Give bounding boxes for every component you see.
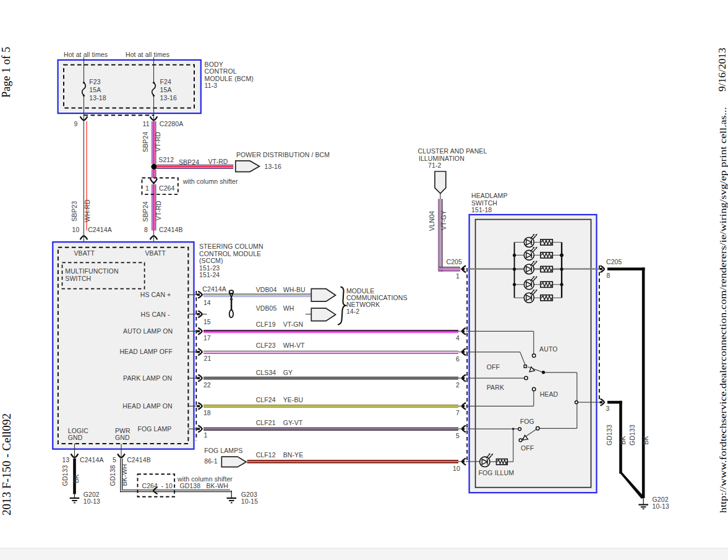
svg-text:VBATT: VBATT bbox=[145, 249, 166, 257]
svg-text:LOGIC: LOGIC bbox=[68, 427, 88, 434]
svg-text:15A: 15A bbox=[89, 86, 101, 93]
svg-text:10-15: 10-15 bbox=[241, 498, 258, 505]
svg-text:GY: GY bbox=[283, 369, 293, 376]
svg-text:OFF: OFF bbox=[487, 363, 500, 371]
svg-text:HEAD: HEAD bbox=[540, 390, 559, 398]
svg-text:BK: BK bbox=[72, 474, 80, 483]
svg-text:PARK LAMP ON: PARK LAMP ON bbox=[123, 374, 172, 382]
svg-text:Hot at all times: Hot at all times bbox=[126, 51, 169, 58]
svg-text:VT-RD: VT-RD bbox=[154, 132, 161, 152]
svg-text:HEAD LAMP ON: HEAD LAMP ON bbox=[122, 402, 172, 410]
svg-text:GY-VT: GY-VT bbox=[283, 419, 303, 426]
svg-text:C2280A: C2280A bbox=[160, 120, 184, 127]
svg-text:13: 13 bbox=[62, 456, 70, 463]
svg-text:PWR: PWR bbox=[115, 427, 131, 434]
svg-text:8: 8 bbox=[144, 226, 148, 233]
svg-text:FOG LAMPS: FOG LAMPS bbox=[204, 447, 242, 454]
svg-text:11-3: 11-3 bbox=[205, 82, 218, 89]
svg-text:- 10: - 10 bbox=[161, 482, 173, 489]
svg-text:VLN04: VLN04 bbox=[428, 211, 435, 231]
svg-text:VDB05: VDB05 bbox=[256, 304, 277, 312]
svg-text:13-18: 13-18 bbox=[89, 94, 106, 101]
svg-text:BN-YE: BN-YE bbox=[283, 451, 304, 459]
svg-text:CONTROL MODULE: CONTROL MODULE bbox=[199, 250, 261, 257]
svg-text:GD138: GD138 bbox=[179, 482, 200, 489]
svg-text:BK-WH: BK-WH bbox=[207, 482, 229, 489]
svg-text:SBP24: SBP24 bbox=[142, 132, 149, 152]
svg-text:GND: GND bbox=[68, 434, 83, 441]
svg-text:10: 10 bbox=[453, 465, 460, 472]
svg-text:13-16: 13-16 bbox=[265, 163, 281, 170]
svg-text:7: 7 bbox=[456, 409, 460, 416]
svg-text:HS CAN -: HS CAN - bbox=[141, 311, 170, 318]
svg-text:1: 1 bbox=[145, 184, 149, 192]
svg-text:with column shifter: with column shifter bbox=[182, 178, 238, 185]
svg-text:SWITCH: SWITCH bbox=[65, 275, 91, 282]
svg-text:C2414A: C2414A bbox=[202, 285, 226, 293]
svg-text:F23: F23 bbox=[89, 78, 100, 85]
svg-text:POWER DISTRIBUTION / BCM: POWER DISTRIBUTION / BCM bbox=[236, 151, 330, 158]
svg-text:151-18: 151-18 bbox=[471, 206, 492, 213]
svg-text:CLF23: CLF23 bbox=[256, 342, 276, 349]
svg-text:10: 10 bbox=[72, 226, 80, 233]
svg-text:C205: C205 bbox=[447, 258, 463, 265]
svg-text:8: 8 bbox=[607, 272, 610, 279]
svg-text:10-13: 10-13 bbox=[84, 498, 100, 505]
svg-text:OFF: OFF bbox=[521, 444, 534, 452]
svg-text:BK: BK bbox=[642, 436, 649, 444]
svg-text:SBP23: SBP23 bbox=[71, 201, 78, 222]
svg-text:22: 22 bbox=[203, 381, 211, 389]
svg-text:GD138: GD138 bbox=[109, 465, 116, 486]
svg-text:YE-BU: YE-BU bbox=[283, 396, 304, 403]
svg-text:15: 15 bbox=[203, 318, 211, 325]
svg-text:GD133: GD133 bbox=[61, 465, 69, 486]
svg-text:WH-RD: WH-RD bbox=[84, 199, 91, 222]
svg-text:WH-BU: WH-BU bbox=[283, 286, 306, 293]
svg-text:VT-RD: VT-RD bbox=[155, 200, 162, 220]
svg-text:C205: C205 bbox=[606, 258, 622, 265]
svg-text:CONTROL: CONTROL bbox=[205, 67, 237, 75]
svg-text:C2414A: C2414A bbox=[80, 456, 104, 463]
svg-text:HEADLAMP: HEADLAMP bbox=[471, 192, 508, 199]
svg-text:CLUSTER AND PANEL: CLUSTER AND PANEL bbox=[418, 147, 487, 155]
svg-text:C2414A: C2414A bbox=[88, 226, 112, 233]
svg-text:5: 5 bbox=[456, 432, 460, 439]
svg-text:C2414B: C2414B bbox=[159, 226, 183, 233]
svg-text:151-23: 151-23 bbox=[199, 264, 220, 272]
svg-text:Hot at all times: Hot at all times bbox=[64, 51, 108, 58]
svg-text:9/16/2013: 9/16/2013 bbox=[716, 48, 728, 92]
svg-text:SBP24: SBP24 bbox=[142, 201, 149, 222]
svg-text:SBP24: SBP24 bbox=[179, 158, 199, 166]
svg-text:CLF12: CLF12 bbox=[256, 451, 276, 459]
svg-text:CLS34: CLS34 bbox=[256, 369, 276, 376]
svg-text:2: 2 bbox=[456, 381, 460, 389]
svg-text:http://www.fordtechservice.dea: http://www.fordtechservice.dealerconnect… bbox=[717, 107, 728, 513]
svg-text:VT-GN: VT-GN bbox=[283, 321, 304, 328]
svg-text:MODULE (BCM): MODULE (BCM) bbox=[205, 75, 254, 82]
svg-text:C264: C264 bbox=[142, 482, 158, 489]
svg-text:S212: S212 bbox=[158, 156, 174, 163]
svg-text:13-16: 13-16 bbox=[160, 94, 177, 101]
svg-text:VT-RD: VT-RD bbox=[208, 158, 228, 165]
svg-text:GD133: GD133 bbox=[606, 424, 613, 446]
svg-text:SWITCH: SWITCH bbox=[471, 199, 497, 207]
svg-text:14: 14 bbox=[203, 299, 211, 306]
svg-text:18: 18 bbox=[203, 409, 211, 416]
svg-text:MULTIFUNCTION: MULTIFUNCTION bbox=[65, 267, 118, 275]
svg-text:VBATT: VBATT bbox=[74, 249, 95, 257]
svg-text:WH-VT: WH-VT bbox=[283, 342, 305, 349]
svg-text:Page 1 of 5: Page 1 of 5 bbox=[0, 47, 12, 98]
svg-text:VDB04: VDB04 bbox=[256, 286, 277, 293]
svg-text:VT-GY: VT-GY bbox=[440, 210, 447, 230]
svg-text:CLF19: CLF19 bbox=[256, 321, 276, 328]
svg-text:GND: GND bbox=[115, 434, 130, 441]
svg-text:WH: WH bbox=[283, 304, 294, 312]
svg-text:4: 4 bbox=[456, 334, 460, 342]
svg-text:C2414B: C2414B bbox=[127, 456, 151, 463]
svg-text:1: 1 bbox=[204, 431, 208, 439]
svg-text:1: 1 bbox=[456, 272, 460, 280]
svg-text:(SCCM): (SCCM) bbox=[199, 257, 223, 264]
svg-text:GD133: GD133 bbox=[628, 424, 636, 446]
svg-text:HEAD LAMP OFF: HEAD LAMP OFF bbox=[119, 348, 173, 355]
svg-text:FOG: FOG bbox=[520, 418, 534, 425]
